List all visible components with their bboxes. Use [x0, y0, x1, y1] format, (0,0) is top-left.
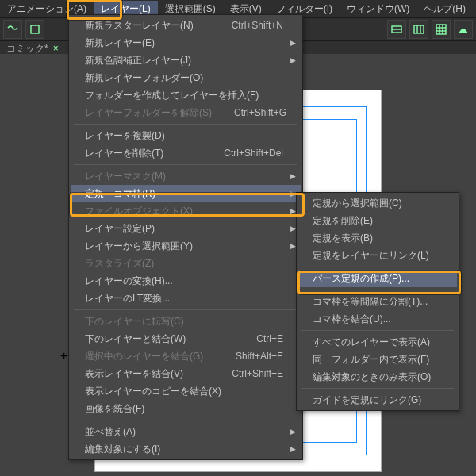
chevron-right-icon: ▶ — [290, 207, 296, 215]
chevron-right-icon: ▶ — [290, 445, 296, 453]
menu-item-label: コマ枠を等間隔に分割(T)... — [313, 295, 440, 309]
menu-item[interactable]: コマ枠を結合(U)... — [298, 310, 457, 328]
menu-item-label: 定規から選択範囲(C) — [313, 197, 440, 210]
layer-menu: 新規ラスターレイヤー(N)Ctrl+Shift+N新規レイヤー(E)▶新規色調補… — [68, 14, 303, 460]
menu-separator — [301, 330, 454, 331]
menu-item: レイヤーフォルダーを解除(S)Ctrl+Shift+G — [71, 104, 301, 121]
menu-item-label: ガイドを定規にリンク(G) — [313, 393, 440, 407]
menu-item-label: 画像を統合(F) — [85, 402, 283, 416]
chevron-right-icon: ▶ — [290, 39, 296, 47]
menu-item-shortcut: Shift+Alt+E — [236, 351, 283, 362]
menu-item[interactable]: レイヤーを複製(D) — [71, 127, 301, 144]
menu-item[interactable]: 新規レイヤー(E)▶ — [71, 34, 301, 52]
menu-separator — [301, 267, 454, 267]
menubar-item[interactable]: ヘルプ(H) — [416, 1, 473, 17]
close-icon[interactable]: × — [53, 43, 59, 54]
menu-item-label: 新規レイヤー(E) — [85, 36, 283, 50]
chevron-right-icon: ▶ — [290, 56, 296, 64]
menu-item[interactable]: レイヤーのLT変換... — [71, 290, 301, 307]
toolbar-button[interactable] — [432, 20, 451, 39]
menu-item[interactable]: 並べ替え(A)▶ — [71, 423, 301, 440]
menu-item-label: ラスタライズ(Z) — [85, 257, 283, 271]
menu-item[interactable]: 定規・コマ枠(R)▶ — [71, 185, 301, 202]
menu-item: レイヤーマスク(M)▶ — [71, 167, 301, 185]
menu-item[interactable]: パース定規の作成(P)... — [298, 270, 457, 287]
menu-item[interactable]: レイヤー設定(P)▶ — [71, 220, 301, 237]
menu-item[interactable]: 定規を表示(B) — [298, 229, 457, 247]
toolbar-button[interactable] — [3, 20, 22, 39]
menu-item-shortcut: Ctrl+Shift+N — [232, 20, 283, 31]
menu-item-label: 定規を削除(E) — [313, 214, 440, 228]
menu-item[interactable]: フォルダーを作成してレイヤーを挿入(F) — [71, 86, 301, 104]
menu-item[interactable]: 新規ラスターレイヤー(N)Ctrl+Shift+N — [71, 17, 301, 34]
menu-item-label: 定規を表示(B) — [313, 232, 440, 245]
menu-separator — [301, 290, 454, 290]
menu-item[interactable]: 定規から選択範囲(C) — [298, 194, 457, 212]
toolbar-button[interactable] — [454, 20, 473, 39]
chevron-right-icon: ▶ — [290, 172, 296, 180]
menu-item-label: フォルダーを作成してレイヤーを挿入(F) — [85, 89, 283, 102]
menu-item[interactable]: レイヤーの変換(H)... — [71, 272, 301, 290]
menu-item[interactable]: 編集対象のときのみ表示(O) — [298, 368, 457, 386]
menu-item-label: 下のレイヤーに転写(C) — [85, 315, 283, 328]
menu-item-label: 編集対象にする(I) — [85, 443, 283, 456]
menu-item-label: 選択中のレイヤーを結合(G) — [85, 350, 213, 363]
chevron-right-icon: ▶ — [290, 242, 296, 250]
menu-item-label: 編集対象のときのみ表示(O) — [313, 370, 440, 384]
menu-item-label: 表示レイヤーのコピーを結合(X) — [85, 385, 283, 398]
svg-rect-0 — [31, 25, 39, 33]
menu-item-label: ファイルオブジェクト(X) — [85, 205, 283, 218]
menu-item-label: レイヤーマスク(M) — [85, 170, 283, 183]
menu-item[interactable]: 定規を削除(E) — [298, 212, 457, 229]
menu-item-shortcut: Ctrl+Shift+E — [232, 368, 283, 379]
ruler-frame-submenu: 定規から選択範囲(C)定規を削除(E)定規を表示(B)定規をレイヤーにリンク(L… — [296, 192, 459, 411]
svg-rect-3 — [414, 25, 424, 33]
menu-item-label: すべてのレイヤーで表示(A) — [313, 336, 440, 349]
menu-item-label: レイヤーを複製(D) — [85, 129, 283, 143]
menu-item-label: 下のレイヤーと結合(W) — [85, 332, 234, 346]
menu-item-shortcut: Ctrl+Shift+Del — [224, 148, 283, 159]
menu-item-label: 新規レイヤーフォルダー(O) — [85, 71, 283, 85]
menu-item[interactable]: 表示レイヤーのコピーを結合(X) — [71, 382, 301, 400]
menu-item-label: レイヤーフォルダーを解除(S) — [85, 106, 212, 120]
tab-document[interactable]: コミック* — [6, 42, 48, 56]
menu-item[interactable]: 新規色調補正レイヤー(J)▶ — [71, 52, 301, 69]
menu-item[interactable]: 編集対象にする(I)▶ — [71, 440, 301, 458]
chevron-right-icon: ▶ — [290, 428, 296, 436]
toolbar-button[interactable] — [387, 20, 406, 39]
menu-item-label: 定規・コマ枠(R) — [85, 187, 283, 201]
menu-item[interactable]: レイヤーを削除(T)Ctrl+Shift+Del — [71, 144, 301, 162]
menu-item[interactable]: 表示レイヤーを結合(V)Ctrl+Shift+E — [71, 365, 301, 382]
menu-item[interactable]: 新規レイヤーフォルダー(O) — [71, 69, 301, 86]
menu-item-label: 並べ替え(A) — [85, 425, 283, 439]
svg-rect-6 — [436, 25, 446, 34]
menu-item-label: レイヤーから選択範囲(Y) — [85, 240, 283, 253]
menu-separator — [74, 124, 298, 125]
menu-item[interactable]: コマ枠を等間隔に分割(T)... — [298, 293, 457, 310]
toolbar-button[interactable] — [25, 20, 44, 39]
menu-item[interactable]: すべてのレイヤーで表示(A) — [298, 333, 457, 351]
menu-item-label: レイヤー設定(P) — [85, 222, 283, 236]
menu-item[interactable]: 定規をレイヤーにリンク(L) — [298, 247, 457, 264]
menu-item[interactable]: 画像を統合(F) — [71, 400, 301, 417]
menu-item[interactable]: 同一フォルダー内で表示(F) — [298, 351, 457, 368]
menu-separator — [74, 164, 298, 165]
menu-item-label: 定規をレイヤーにリンク(L) — [313, 249, 440, 263]
toolbar-button[interactable] — [409, 20, 428, 39]
menu-item-label: レイヤーの変換(H)... — [85, 274, 283, 288]
menu-separator — [74, 420, 298, 420]
chevron-right-icon: ▶ — [290, 225, 296, 232]
menu-item-label: 表示レイヤーを結合(V) — [85, 367, 209, 381]
menu-item[interactable]: レイヤーから選択範囲(Y)▶ — [71, 237, 301, 255]
menu-item-shortcut: Ctrl+E — [256, 333, 283, 344]
menu-item[interactable]: ガイドを定規にリンク(G) — [298, 391, 457, 409]
chevron-right-icon: ▶ — [290, 190, 296, 198]
menu-item: 下のレイヤーに転写(C) — [71, 313, 301, 330]
menu-item: ラスタライズ(Z) — [71, 255, 301, 272]
menu-item-shortcut: Ctrl+Shift+G — [234, 107, 286, 118]
menu-item-label: レイヤーのLT変換... — [85, 292, 283, 305]
menubar-item[interactable]: ウィンドウ(W) — [340, 1, 416, 17]
menu-item-label: 同一フォルダー内で表示(F) — [313, 353, 440, 367]
menu-item-label: 新規色調補正レイヤー(J) — [85, 54, 283, 67]
menu-item[interactable]: 下のレイヤーと結合(W)Ctrl+E — [71, 330, 301, 347]
